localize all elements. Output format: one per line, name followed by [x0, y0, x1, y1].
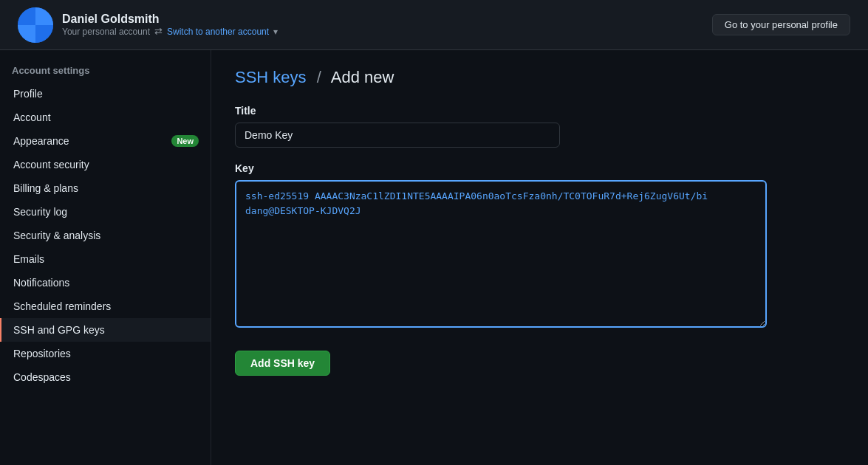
sidebar-item-label: SSH and GPG keys	[13, 324, 105, 336]
key-textarea[interactable]	[235, 180, 767, 328]
sidebar: Account settings Profile Account Appeara…	[0, 50, 211, 465]
header: Daniel Goldsmith Your personal account ⇄…	[0, 0, 868, 50]
sidebar-item-security-log[interactable]: Security log	[0, 200, 211, 224]
sidebar-item-repositories[interactable]: Repositories	[0, 342, 211, 365]
sidebar-item-label: Security log	[13, 206, 67, 218]
sidebar-item-codespaces[interactable]: Codespaces	[0, 365, 211, 389]
sidebar-item-account-security[interactable]: Account security	[0, 153, 211, 176]
title-input[interactable]	[235, 123, 560, 148]
user-name: Daniel Goldsmith	[62, 13, 278, 26]
sidebar-item-label: Appearance	[13, 135, 69, 147]
add-ssh-key-button[interactable]: Add SSH key	[235, 351, 330, 376]
main-content: SSH keys / Add new Title Key Add SSH key	[211, 50, 868, 465]
title-form-group: Title	[235, 105, 844, 148]
key-form-group: Key	[235, 162, 844, 330]
page-title: SSH keys / Add new	[235, 68, 844, 87]
breadcrumb-separator: /	[317, 68, 321, 86]
breadcrumb-ssh: SSH keys	[235, 68, 307, 86]
sidebar-item-emails[interactable]: Emails	[0, 247, 211, 271]
sidebar-item-security-analysis[interactable]: Security & analysis	[0, 224, 211, 247]
new-badge: New	[171, 135, 199, 147]
sidebar-item-notifications[interactable]: Notifications	[0, 271, 211, 294]
sidebar-item-appearance[interactable]: Appearance New	[0, 129, 211, 153]
sidebar-item-label: Account security	[13, 159, 89, 170]
layout: Account settings Profile Account Appeara…	[0, 50, 868, 465]
sidebar-item-billing[interactable]: Billing & plans	[0, 176, 211, 200]
user-info: Daniel Goldsmith Your personal account ⇄…	[62, 13, 278, 37]
go-to-profile-button[interactable]: Go to your personal profile	[712, 14, 850, 35]
user-sub: Your personal account ⇄ Switch to anothe…	[62, 26, 278, 37]
sidebar-item-label: Repositories	[13, 348, 71, 359]
sidebar-item-label: Notifications	[13, 277, 69, 289]
sidebar-item-label: Emails	[13, 253, 44, 265]
title-label: Title	[235, 105, 844, 117]
switch-icon: ⇄	[154, 26, 163, 37]
breadcrumb-add: Add new	[331, 68, 394, 86]
sidebar-item-label: Account	[13, 111, 51, 123]
sidebar-item-label: Profile	[13, 88, 43, 100]
sidebar-heading: Account settings	[0, 62, 211, 82]
header-left: Daniel Goldsmith Your personal account ⇄…	[18, 7, 278, 43]
sidebar-item-label: Scheduled reminders	[13, 300, 111, 312]
sidebar-item-profile[interactable]: Profile	[0, 82, 211, 106]
sidebar-item-label: Billing & plans	[13, 182, 78, 194]
sidebar-item-ssh-gpg-keys[interactable]: SSH and GPG keys	[0, 318, 211, 342]
sidebar-item-account[interactable]: Account	[0, 106, 211, 129]
chevron-down-icon: ▾	[273, 27, 278, 37]
switch-account-link[interactable]: Switch to another account	[167, 27, 269, 37]
sidebar-item-scheduled-reminders[interactable]: Scheduled reminders	[0, 294, 211, 318]
key-label: Key	[235, 162, 844, 174]
sidebar-item-label: Security & analysis	[13, 230, 100, 241]
avatar	[18, 7, 53, 43]
sidebar-item-label: Codespaces	[13, 371, 71, 383]
